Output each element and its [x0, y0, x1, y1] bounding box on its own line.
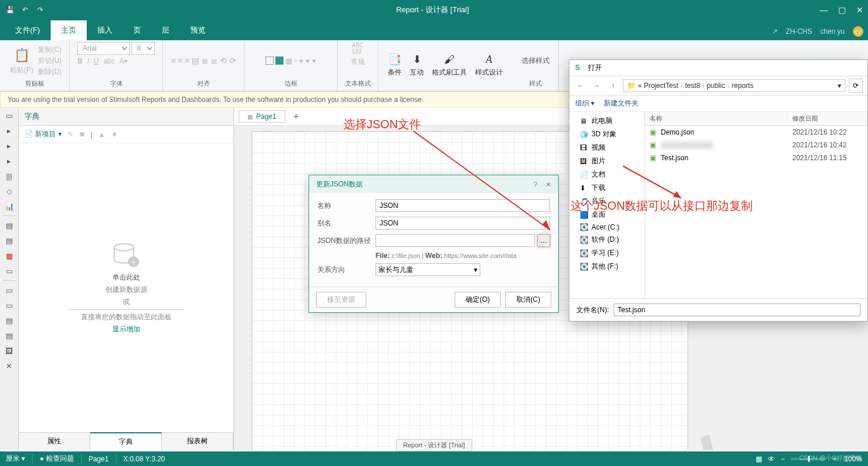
nav-up-icon[interactable]: ↑: [607, 79, 619, 92]
side-c[interactable]: 💽Acer (C:): [569, 221, 644, 233]
tab-dictionary[interactable]: 字典: [90, 432, 162, 450]
check-issues[interactable]: ● 检查问题: [40, 454, 74, 464]
tab-report-tree[interactable]: 报表树: [162, 433, 233, 450]
file-row[interactable]: ▣Demo.json2021/12/16 10:22: [645, 126, 867, 139]
relation-select[interactable]: 家长与儿童▾: [375, 263, 480, 276]
side-downloads[interactable]: ⬇下载: [569, 181, 644, 195]
move-resource-button: 移至资源: [316, 292, 366, 308]
file-row[interactable]: ▣2021/12/16 10:42: [645, 139, 867, 151]
watermark: ial: [632, 422, 736, 450]
ok-button[interactable]: 确定(O): [455, 292, 501, 308]
svg-text:+: +: [131, 259, 135, 267]
tab-file[interactable]: 文件(F): [5, 20, 51, 40]
tool-i-icon[interactable]: 🖼: [0, 343, 18, 358]
window-title: Report - 设计器 [Trial]: [45, 5, 820, 15]
new-folder-button[interactable]: 新建文件夹: [604, 98, 639, 108]
tab-layer[interactable]: 层: [151, 20, 180, 40]
share-icon[interactable]: ↗: [772, 27, 778, 36]
tool-j-icon[interactable]: ✕: [0, 358, 18, 373]
json-file-icon: ▣: [650, 141, 658, 149]
condition-icon[interactable]: 📑: [388, 52, 402, 66]
side-d[interactable]: 💽软件 (D:): [569, 233, 644, 246]
refresh-icon[interactable]: ⟳: [849, 79, 863, 93]
delete-button: 删除(D): [38, 67, 62, 77]
browse-button[interactable]: …: [537, 234, 550, 247]
coord-label: X:0.08 Y:3.20: [123, 455, 165, 463]
tool-h-icon[interactable]: ▤: [0, 328, 18, 343]
help-icon[interactable]: ?: [533, 181, 537, 189]
cut-button: 剪切(U): [38, 56, 62, 66]
side-thispc[interactable]: 🖥此电脑: [569, 114, 644, 128]
tool-e-icon[interactable]: ▭: [0, 283, 18, 298]
border-none-icon[interactable]: [265, 57, 274, 65]
tab-page[interactable]: 页: [123, 20, 151, 40]
ribbon-tabs: 文件(F) 主页 插入 页 层 预览 ↗ ZH-CHS chen yu cy: [0, 20, 868, 40]
tool-image-icon[interactable]: ▸: [0, 138, 18, 153]
csdn-watermark: CSDN @小C好好干饭: [799, 454, 862, 463]
format-brush-icon[interactable]: 🖌: [442, 52, 456, 66]
select-style[interactable]: 选择样式: [522, 56, 550, 66]
alias-input[interactable]: [375, 217, 550, 230]
user-label: chen yu: [820, 27, 845, 36]
zoom-out-icon[interactable]: −: [781, 455, 785, 463]
style-design-icon[interactable]: A: [482, 52, 496, 66]
page-tab[interactable]: Page1: [239, 110, 285, 123]
undo-icon[interactable]: ↶: [20, 5, 30, 15]
dict-hint4: 直接将您的数据拖动至此面板: [81, 312, 172, 322]
side-pictures[interactable]: 🖼图片: [569, 154, 644, 168]
name-input[interactable]: [375, 199, 550, 212]
side-3d[interactable]: 🧊3D 对象: [569, 128, 644, 141]
side-e[interactable]: 💽学习 (E:): [569, 246, 644, 260]
side-f[interactable]: 💽其他 (F:): [569, 260, 644, 273]
cancel-button[interactable]: 取消(C): [505, 292, 551, 308]
dict-hint5[interactable]: 显示增加: [112, 324, 140, 334]
lang-label[interactable]: ZH-CHS: [786, 27, 812, 36]
tool-chart-icon[interactable]: 📊: [0, 199, 18, 214]
grid-icon[interactable]: ▦: [756, 455, 762, 463]
tool-d-icon[interactable]: ▭: [0, 263, 18, 278]
modal-close-icon[interactable]: ✕: [545, 181, 551, 189]
border-fill-icon[interactable]: [275, 57, 284, 65]
tab-properties[interactable]: 属性: [19, 433, 90, 450]
new-item-button[interactable]: 📄 新项目 ▾: [24, 129, 62, 139]
filename-input[interactable]: [614, 303, 860, 316]
tab-preview[interactable]: 预览: [180, 20, 216, 40]
add-page-button[interactable]: +: [290, 111, 302, 122]
status-bar: 厘米 ▾ ● 检查问题 Page1 X:0.08 Y:3.20 ▦ 👁 − ＋ …: [0, 451, 868, 466]
close-icon[interactable]: ✕: [856, 5, 863, 15]
file-list: 名称修改日期 ▣Demo.json2021/12/16 10:22 ▣2021/…: [645, 112, 867, 298]
breadcrumb[interactable]: 📁 « ProjectTest› test8› public› reports …: [623, 79, 845, 92]
avatar[interactable]: cy: [853, 26, 863, 37]
minimize-icon[interactable]: —: [820, 5, 828, 15]
side-docs[interactable]: 📄文档: [569, 168, 644, 181]
organize-button[interactable]: 组织 ▾: [575, 98, 594, 108]
side-music[interactable]: 🎵音乐: [569, 195, 644, 208]
tool-text-icon[interactable]: ▸: [0, 123, 18, 138]
tool-cursor-icon[interactable]: ▭: [0, 108, 18, 123]
tool-a-icon[interactable]: ▤: [0, 218, 18, 233]
nav-back-icon[interactable]: ←: [574, 79, 587, 92]
tool-shape-icon[interactable]: ◇: [0, 183, 18, 199]
redo-icon[interactable]: ↷: [35, 5, 45, 15]
page-label: Page1: [88, 455, 109, 463]
save-icon[interactable]: 💾: [5, 5, 15, 15]
tab-insert[interactable]: 插入: [87, 20, 123, 40]
tool-c-icon[interactable]: ▦: [0, 248, 18, 263]
unit-selector[interactable]: 厘米 ▾: [6, 454, 25, 464]
up-icon: ▲: [98, 130, 105, 139]
tab-home[interactable]: 主页: [51, 20, 87, 40]
side-video[interactable]: 🎞视频: [569, 141, 644, 154]
tool-f-icon[interactable]: ▭: [0, 298, 18, 313]
dict-title: 字典: [19, 108, 233, 126]
tool-barcode-icon[interactable]: |||: [0, 168, 18, 183]
view-icon[interactable]: 👁: [768, 455, 775, 463]
tool-band-icon[interactable]: ▸: [0, 153, 18, 168]
side-desktop[interactable]: 🟦桌面: [569, 208, 644, 221]
file-row[interactable]: ▣Test.json2021/12/16 11:15: [645, 151, 867, 164]
path-input[interactable]: [375, 234, 535, 247]
dict-hint1[interactable]: 单击此处: [112, 273, 140, 283]
tool-b-icon[interactable]: ▤: [0, 233, 18, 248]
tool-g-icon[interactable]: ▤: [0, 313, 18, 328]
maximize-icon[interactable]: ▢: [838, 5, 846, 15]
interact-icon[interactable]: ⬇: [410, 52, 424, 66]
